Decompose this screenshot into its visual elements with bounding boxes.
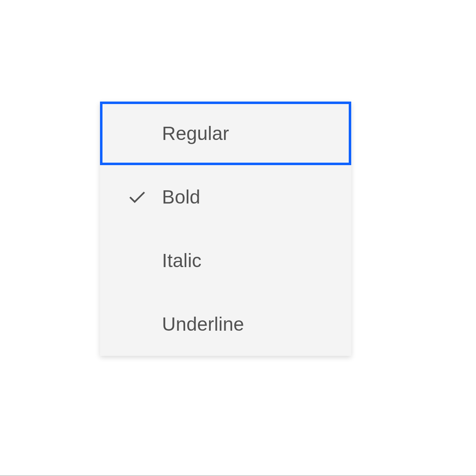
- style-menu: Regular Bold Italic Underline: [100, 102, 351, 356]
- menu-item-label: Italic: [162, 249, 202, 272]
- menu-item-underline[interactable]: Underline: [100, 292, 351, 356]
- menu-item-label: Bold: [162, 186, 200, 208]
- menu-item-regular[interactable]: Regular: [100, 102, 351, 165]
- menu-item-label: Underline: [162, 313, 244, 335]
- menu-item-italic[interactable]: Italic: [100, 229, 351, 292]
- checkmark-slot: [127, 187, 162, 207]
- checkmark-icon: [127, 187, 147, 207]
- menu-item-bold[interactable]: Bold: [100, 165, 351, 229]
- menu-item-label: Regular: [162, 122, 229, 144]
